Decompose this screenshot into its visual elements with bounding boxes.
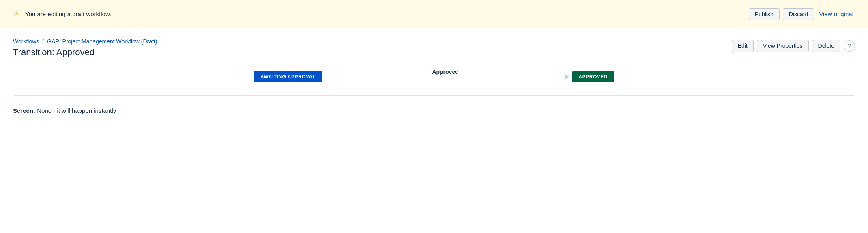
main-content: Workflows / GAP: Project Management Work… (0, 28, 868, 125)
breadcrumb-current[interactable]: GAP: Project Management Workflow (Draft) (47, 38, 157, 45)
screen-label: Screen: (13, 107, 35, 114)
edit-button[interactable]: Edit (732, 40, 754, 52)
publish-button[interactable]: Publish (749, 8, 780, 20)
question-mark-icon: ? (848, 43, 851, 49)
screen-value: None - it will happen instantly (37, 107, 116, 114)
breadcrumb: Workflows / GAP: Project Management Work… (13, 38, 157, 45)
banner-left: ⚠ You are editing a draft workflow. (13, 9, 111, 19)
screen-info: Screen: None - it will happen instantly (13, 106, 855, 116)
transition-label: Approved (432, 69, 458, 75)
workflow-diagram-container: AWAITING APPROVAL Approved APPROVED (13, 58, 855, 96)
to-state-badge: APPROVED (572, 71, 614, 82)
banner-actions: Publish Discard View original (749, 8, 855, 20)
header-actions: Edit View Properties Delete ? (732, 40, 855, 52)
draft-banner: ⚠ You are editing a draft workflow. Publ… (0, 0, 868, 28)
view-properties-button[interactable]: View Properties (757, 40, 809, 52)
breadcrumb-workflows-link[interactable]: Workflows (13, 38, 39, 45)
connector-line: Approved (326, 77, 565, 77)
page-title: Transition: Approved (13, 47, 157, 58)
warning-icon: ⚠ (13, 9, 20, 19)
arrow-icon (565, 74, 569, 79)
workflow-diagram: AWAITING APPROVAL Approved APPROVED (30, 71, 838, 82)
transition-line: Approved (326, 74, 569, 79)
breadcrumb-separator: / (42, 38, 44, 45)
help-icon-button[interactable]: ? (844, 40, 855, 52)
delete-button[interactable]: Delete (812, 40, 840, 52)
banner-message: You are editing a draft workflow. (25, 11, 111, 17)
page-title-name: Approved (56, 47, 95, 57)
from-state-badge: AWAITING APPROVAL (254, 71, 322, 82)
page-title-prefix: Transition: (13, 47, 56, 57)
discard-button[interactable]: Discard (783, 8, 814, 20)
view-original-button[interactable]: View original (817, 8, 855, 20)
